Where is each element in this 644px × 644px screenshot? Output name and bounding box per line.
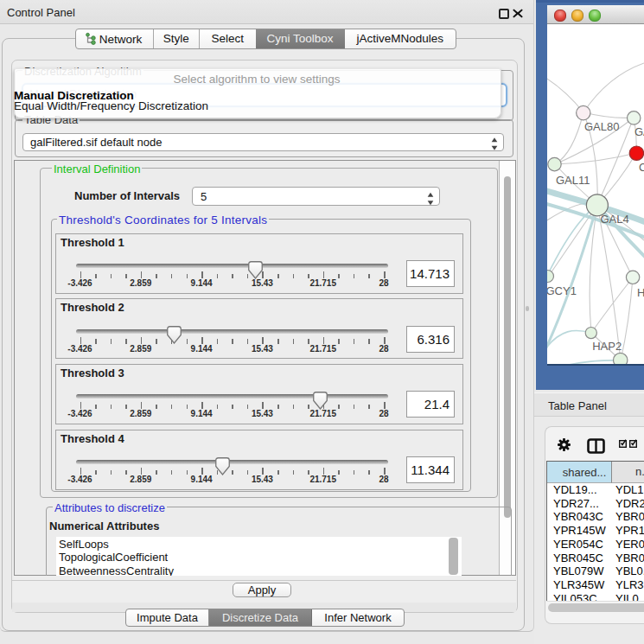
- svg-text:GA: GA: [634, 125, 644, 138]
- svg-text:H: H: [637, 286, 644, 299]
- svg-text:HAP2: HAP2: [592, 340, 622, 353]
- svg-text:C: C: [639, 161, 644, 174]
- svg-text:GAL4: GAL4: [601, 213, 629, 226]
- svg-text:GAL80: GAL80: [584, 120, 619, 133]
- svg-text:GAL11: GAL11: [556, 174, 590, 187]
- svg-text:GCY1: GCY1: [547, 284, 577, 297]
